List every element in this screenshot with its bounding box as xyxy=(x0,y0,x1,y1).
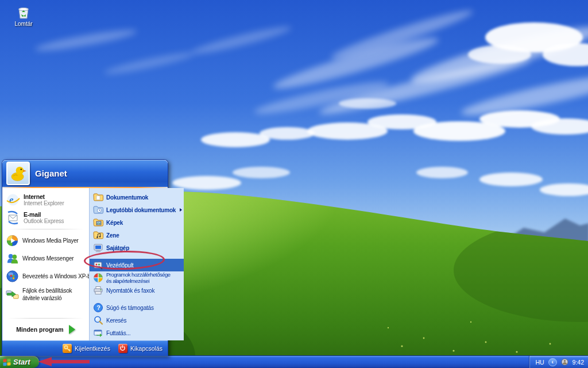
menu-item-my-computer[interactable]: Sajátgép xyxy=(90,241,184,254)
menu-item-help-support[interactable]: ? Súgó és támogatás xyxy=(90,301,184,314)
menu-item-run[interactable]: Futtatás... xyxy=(90,327,184,339)
turn-off-label: Kikapcsolás xyxy=(130,345,163,352)
menu-item-windows-media-player[interactable]: Windows Media Player xyxy=(3,232,88,250)
start-menu-left-column: e Internet Internet Explorer E-mail xyxy=(2,188,89,340)
menu-item-label: E-mail xyxy=(24,211,64,218)
menu-item-label: Zene xyxy=(106,232,119,239)
menu-item-recent-documents[interactable]: Legutóbbi dokumentumok xyxy=(90,204,184,216)
my-computer-icon xyxy=(93,243,103,253)
start-menu-header: Giganet xyxy=(2,160,168,187)
svg-text:?: ? xyxy=(96,304,100,311)
documents-folder-icon xyxy=(93,192,103,202)
pictures-folder-icon xyxy=(93,217,103,228)
menu-item-sublabel: Outlook Express xyxy=(24,218,64,224)
internet-explorer-icon: e xyxy=(6,193,20,207)
hide-icons-chevron-icon[interactable]: ‹ xyxy=(548,358,557,366)
clock[interactable]: 9:42 xyxy=(572,359,584,366)
menu-item-internet[interactable]: e Internet Internet Explorer xyxy=(3,191,88,209)
language-indicator[interactable]: HU xyxy=(535,359,544,366)
transfer-wizard-icon xyxy=(6,288,19,301)
recycle-bin-icon xyxy=(16,5,31,20)
menu-item-label: Programok hozzáférhetősége és alapértelm… xyxy=(106,271,171,285)
control-panel-icon xyxy=(93,260,103,270)
recycle-bin-desktop-icon[interactable]: Lomtár xyxy=(7,5,40,27)
menu-item-my-documents[interactable]: Dokumentumok xyxy=(90,191,184,204)
windows-flag-icon xyxy=(3,358,11,366)
svg-text:e: e xyxy=(9,194,14,205)
all-programs-button[interactable]: Minden program xyxy=(3,321,88,339)
program-access-icon xyxy=(93,273,103,283)
menu-item-label: Keresés xyxy=(106,317,126,324)
rubber-duck-icon xyxy=(9,164,27,182)
log-off-label: Kijelentkezés xyxy=(75,345,110,352)
all-programs-label: Minden program xyxy=(16,326,63,333)
start-menu: Giganet e Internet Internet Explorer xyxy=(2,159,168,356)
menu-item-my-music[interactable]: Zene xyxy=(90,229,184,241)
music-folder-icon xyxy=(93,230,103,240)
menu-item-windows-xp-tour[interactable]: Bevezetés a Windows XP-be xyxy=(3,267,88,285)
menu-item-label: Vezérlőpult xyxy=(106,262,133,269)
recycle-bin-label: Lomtár xyxy=(14,21,32,27)
taskbar: Start HU ‹ 9:42 xyxy=(0,355,588,368)
submenu-arrow-icon xyxy=(180,208,182,212)
turn-off-button[interactable]: Kikapcsolás xyxy=(118,344,163,353)
windows-media-player-icon xyxy=(6,234,19,247)
log-off-key-icon xyxy=(63,344,72,353)
all-programs-arrow-icon xyxy=(69,325,75,334)
menu-item-label: Sajátgép xyxy=(106,245,129,251)
menu-item-label: Fájlok és beállítások átvitele varázsló xyxy=(22,288,84,302)
start-button-label: Start xyxy=(13,358,30,366)
menu-item-my-pictures[interactable]: Képek xyxy=(90,216,184,229)
start-menu-footer: Kijelentkezés Kikapcsolás xyxy=(2,340,168,356)
menu-item-label: Windows Messenger xyxy=(22,255,74,262)
power-icon xyxy=(118,344,127,353)
outlook-express-icon xyxy=(6,210,20,225)
menu-item-email[interactable]: E-mail Outlook Express xyxy=(3,209,88,227)
menu-item-label: Legutóbbi dokumentumok xyxy=(106,207,176,213)
left-column-separator xyxy=(8,229,83,229)
search-icon xyxy=(93,315,103,325)
menu-item-label: Windows Media Player xyxy=(22,237,79,244)
menu-item-label: Internet xyxy=(24,193,64,200)
menu-item-files-settings-transfer-wizard[interactable]: Fájlok és beállítások átvitele varázsló xyxy=(3,285,88,304)
start-menu-right-column: Dokumentumok Legutóbbi dokumentumok Képe… xyxy=(89,188,184,340)
user-avatar[interactable] xyxy=(6,162,30,185)
menu-item-label: Dokumentumok xyxy=(106,194,148,201)
menu-item-label: Súgó és támogatás xyxy=(106,305,154,311)
menu-item-label: Nyomtatók és faxok xyxy=(106,288,154,294)
windows-messenger-icon xyxy=(6,252,19,265)
start-button[interactable]: Start xyxy=(0,356,39,368)
user-name: Giganet xyxy=(35,168,67,178)
windows-xp-tour-icon xyxy=(6,270,19,283)
menu-item-search[interactable]: Keresés xyxy=(90,314,184,327)
menu-item-sublabel: Internet Explorer xyxy=(24,200,64,206)
recent-documents-icon xyxy=(93,205,103,215)
menu-item-label: Képek xyxy=(106,220,123,226)
menu-item-program-access-defaults[interactable]: Programok hozzáférhetősége és alapértelm… xyxy=(90,271,184,284)
menu-item-control-panel[interactable]: Vezérlőpult xyxy=(90,259,184,271)
run-icon xyxy=(93,328,103,338)
tray-messenger-icon[interactable] xyxy=(561,358,568,366)
help-icon: ? xyxy=(93,302,103,313)
log-off-button[interactable]: Kijelentkezés xyxy=(63,344,110,353)
menu-item-label: Futtatás... xyxy=(106,330,130,336)
left-column-separator xyxy=(8,318,83,319)
menu-item-label: Bevezetés a Windows XP-be xyxy=(22,273,94,279)
menu-item-printers-faxes[interactable]: Nyomtatók és faxok xyxy=(90,284,184,297)
menu-item-windows-messenger[interactable]: Windows Messenger xyxy=(3,250,88,267)
printer-icon xyxy=(93,285,103,296)
system-tray: HU ‹ 9:42 xyxy=(529,356,588,368)
